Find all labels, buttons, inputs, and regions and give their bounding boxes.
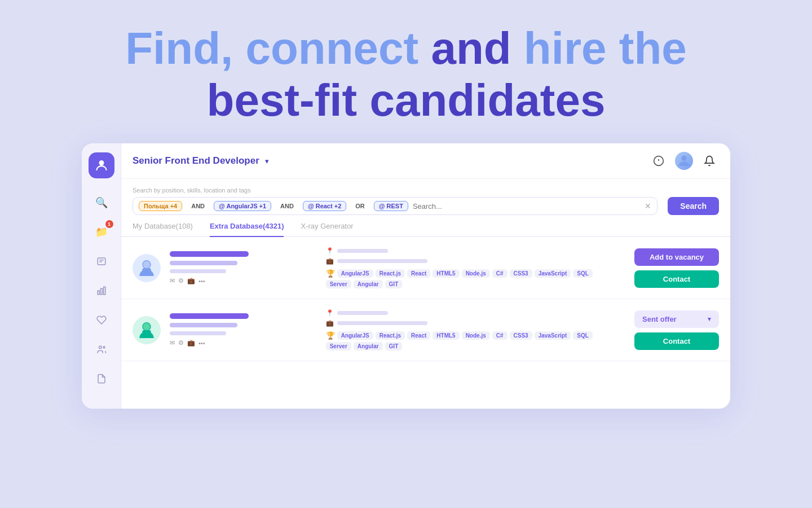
sidebar-item-chart[interactable] [92,281,111,300]
location-icon: 📍 [326,247,334,255]
skill-2-html5: HTML5 [433,331,459,340]
skill-angularjs: AngularJS [337,269,373,278]
top-bar-right [649,151,719,170]
skill-nodejs: Node.js [462,269,490,278]
skill-css3: CSS3 [510,269,532,278]
skills-row-1: 🏆 AngularJS React.js React HTML5 Node.js… [326,269,620,288]
candidate-name-bar [170,251,249,257]
search-button[interactable]: Search [668,197,719,215]
candidate-card-2: ✉ ⚙ 💼 ••• 📍 💼 � [121,299,730,361]
github-icon: ⚙ [178,277,184,284]
tag-rest[interactable]: @ REST [374,201,408,211]
candidate-actions-1: Add to vacancy Contact [629,248,719,288]
location-bar-2 [337,311,388,315]
location-bar [337,249,388,253]
work-icon: 💼 [326,257,334,265]
tag-or: OR [351,202,369,211]
svg-point-9 [103,347,105,348]
hero-line1: Find, connect and hire the [125,23,687,73]
svg-point-13 [143,261,151,268]
svg-rect-14 [142,268,151,274]
svg-rect-5 [98,291,99,295]
more-icon[interactable]: ••• [198,278,205,284]
skill-sql: SQL [573,269,593,278]
sent-offer-button[interactable]: Sent offer ▾ [634,310,719,328]
svg-point-11 [681,156,686,161]
location-row: 📍 [326,247,620,255]
sidebar-item-team[interactable] [92,340,111,359]
candidate-details-2: 📍 💼 🏆 AngularJS React.js React HTML5 Nod… [326,309,620,351]
work-bar-2 [337,321,427,325]
search-input[interactable] [413,202,640,211]
vacancy-title: Senior Front End Developer [133,155,259,167]
sent-offer-dropdown-icon: ▾ [708,316,711,323]
notification-bell[interactable] [700,151,719,170]
tab-my-database[interactable]: My Database(108) [133,222,193,237]
skill-html5: HTML5 [433,269,459,278]
sidebar-item-folder[interactable]: 📁 1 [92,222,111,242]
hero-line2: best-fit candidates [207,75,606,125]
svg-rect-17 [142,330,151,336]
candidate-company-bar [170,269,226,273]
main-content: Senior Front End Developer ▾ Search by p… [121,143,730,409]
skill-angular: Angular [354,280,383,288]
tag-polska[interactable]: Польща +4 [139,201,182,211]
candidate-details: 📍 💼 🏆 AngularJS React.js React HTML5 Nod… [326,247,620,288]
search-label: Search by position, skills, location and… [133,187,719,194]
sidebar-item-favorite[interactable] [92,310,111,330]
app-window: 🔍 📁 1 Senior Front End Developer ▾ [82,143,730,409]
tag-angularjs[interactable]: @ AngularJS +1 [214,201,271,211]
svg-rect-7 [103,287,105,295]
github-icon-2: ⚙ [178,339,184,347]
candidate-info: ✉ ⚙ 💼 ••• [170,251,317,284]
candidate-social-icons-2: ✉ ⚙ 💼 ••• [170,339,317,347]
work-row-2: 💼 [326,319,620,327]
skill-react: React [407,269,430,278]
skill-2-angularjs: AngularJS [337,331,373,340]
support-button[interactable] [649,151,668,170]
candidate-name-bar-2 [170,313,249,319]
candidate-role-bar-2 [170,323,237,327]
skill-2-csharp: C# [492,331,508,340]
sent-offer-label: Sent offer [642,315,677,323]
hero-section: Find, connect and hire the best-fit cand… [69,0,743,143]
candidate-avatar-2 [133,316,161,344]
tag-and-1: AND [187,202,209,211]
tab-xray[interactable]: X-ray Generator [301,222,353,237]
app-logo [89,152,114,178]
trophy-icon-2: 🏆 [326,331,335,340]
contact-button-1[interactable]: Contact [634,270,719,288]
vacancy-selector[interactable]: Senior Front End Developer ▾ [133,155,269,167]
skill-2-css3: CSS3 [510,331,532,340]
sidebar-item-contacts[interactable] [92,252,111,271]
candidate-social-icons: ✉ ⚙ 💼 ••• [170,277,317,284]
tag-and-2: AND [276,202,298,211]
skill-reactjs: React.js [376,269,405,278]
add-to-vacancy-button[interactable]: Add to vacancy [634,248,719,266]
skill-2-react: React [407,331,430,340]
skill-2-server: Server [326,342,351,351]
tab-extra-database[interactable]: Extra Database(4321) [210,222,284,237]
candidates-list: ✉ ⚙ 💼 ••• 📍 💼 � [121,237,730,409]
vacancy-dropdown-icon[interactable]: ▾ [265,157,269,165]
skill-2-javascript: JavaScript [535,331,571,340]
trophy-icon: 🏆 [326,269,335,278]
candidate-card: ✉ ⚙ 💼 ••• 📍 💼 � [121,237,730,299]
tag-react[interactable]: @ React +2 [303,201,346,211]
candidate-avatar [133,254,161,282]
work-bar [337,259,427,263]
work-icon-2: 💼 [326,319,334,327]
sidebar-item-document[interactable] [92,369,111,388]
more-icon-2[interactable]: ••• [198,340,205,347]
location-row-2: 📍 [326,309,620,317]
sidebar: 🔍 📁 1 [82,143,121,409]
skill-2-angular: Angular [354,342,383,351]
linkedin-icon-2: 💼 [187,339,195,347]
clear-button[interactable]: ✕ [645,202,651,211]
search-section: Search by position, skills, location and… [121,179,730,215]
folder-badge: 1 [105,220,113,228]
sidebar-item-search[interactable]: 🔍 [92,193,111,212]
user-avatar[interactable] [675,152,693,170]
svg-point-1 [99,160,104,165]
contact-button-2[interactable]: Contact [634,332,719,350]
